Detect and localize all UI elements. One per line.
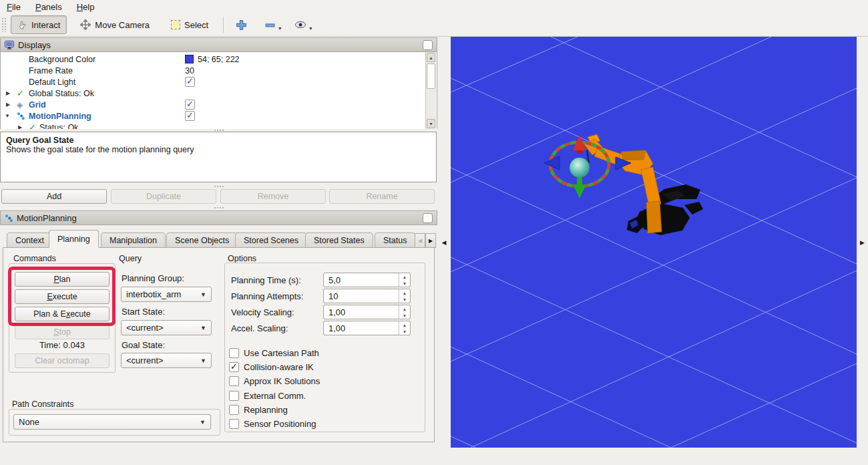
tree-row-grid[interactable]: ▶ ◈ Grid — [1, 99, 415, 110]
select-tool-button[interactable]: Select — [164, 15, 215, 34]
planning-time-spinbox[interactable]: 5,0 ▲▼ — [323, 273, 411, 287]
expander-icon[interactable]: ▼ — [5, 110, 10, 122]
use-cartesian-path-checkbox[interactable] — [229, 348, 239, 358]
tab-planning[interactable]: Planning — [49, 230, 99, 248]
grid-enabled-checkbox[interactable] — [185, 100, 195, 110]
sensor-positioning-option[interactable]: Sensor Positioning — [229, 419, 316, 429]
tree-row-global-status[interactable]: ▶ ✓ Global Status: Ok — [1, 88, 415, 99]
tab-stored-states[interactable]: Stored States — [305, 232, 373, 248]
expander-icon[interactable]: ▶ — [6, 99, 10, 110]
property-label: Frame Rate — [29, 65, 73, 76]
splitter-handle[interactable] — [214, 185, 224, 188]
tree-row-frame-rate[interactable]: Frame Rate 30 — [1, 65, 415, 76]
color-swatch[interactable] — [185, 55, 194, 63]
displays-panel-title: Displays — [18, 40, 51, 50]
tab-stored-scenes[interactable]: Stored Scenes — [235, 232, 307, 248]
frame-rate-value[interactable]: 30 — [185, 65, 194, 76]
color-value[interactable]: 54; 65; 222 — [198, 55, 240, 64]
replanning-option[interactable]: Replanning — [229, 405, 288, 415]
default-light-checkbox[interactable] — [185, 77, 195, 87]
right-panel-splitter[interactable]: ▶ — [857, 37, 868, 448]
spin-up-icon[interactable]: ▲ — [399, 305, 410, 312]
toolbar-drag-handle[interactable] — [1, 17, 7, 32]
rename-display-button[interactable]: Rename — [329, 189, 435, 204]
velocity-scaling-spinbox[interactable]: 1,00 ▲▼ — [323, 305, 411, 319]
zoom-out-tool-button[interactable] — [260, 17, 280, 33]
menu-panels[interactable]: Panels — [35, 2, 62, 12]
collision-aware-ik-checkbox[interactable] — [229, 362, 239, 372]
tab-scene-objects[interactable]: Scene Objects — [166, 232, 238, 248]
menu-file[interactable]: File — [7, 2, 21, 12]
scroll-up-button[interactable]: ▲ — [427, 53, 435, 62]
focus-camera-dropdown-caret[interactable]: ▾ — [309, 25, 312, 31]
execute-button[interactable]: Execute — [15, 289, 110, 304]
replanning-checkbox[interactable] — [229, 405, 239, 415]
external-comm-option[interactable]: External Comm. — [229, 391, 306, 401]
interact-tool-button[interactable]: Interact — [11, 15, 67, 34]
planning-group-combobox[interactable]: interbotix_arm▼ — [121, 287, 212, 302]
motionplanning-enabled-checkbox[interactable] — [185, 111, 195, 121]
duplicate-display-button[interactable]: Duplicate — [111, 189, 216, 204]
approx-ik-solutions-checkbox[interactable] — [229, 376, 239, 386]
scroll-thumb[interactable] — [427, 63, 435, 89]
panel-viewport-splitter[interactable]: ◀ — [437, 37, 451, 448]
tab-scroll-left-button[interactable]: ◀ — [415, 233, 425, 248]
tab-context[interactable]: Context — [7, 232, 53, 248]
menu-help[interactable]: Help — [77, 2, 95, 12]
displays-panel-collapse-button[interactable] — [423, 40, 433, 50]
tab-scroll-right-button[interactable]: ▶ — [425, 233, 436, 248]
scroll-down-button[interactable]: ▼ — [427, 119, 435, 128]
chevron-down-icon: ▼ — [200, 357, 206, 364]
spin-down-icon[interactable]: ▼ — [399, 312, 410, 319]
spin-down-icon[interactable]: ▼ — [399, 328, 410, 335]
goal-state-label: Goal State: — [122, 340, 165, 350]
expand-right-icon[interactable]: ▶ — [860, 239, 865, 246]
tree-row-default-light[interactable]: Default Light — [1, 76, 415, 88]
expander-icon[interactable]: ▶ — [6, 88, 10, 99]
clear-octomap-button[interactable]: Clear octomap — [15, 353, 110, 368]
start-state-combobox[interactable]: <current>▼ — [121, 320, 212, 335]
planning-attempts-spinbox[interactable]: 10 ▲▼ — [323, 289, 411, 303]
plan-button[interactable]: Plan — [15, 272, 110, 287]
use-cartesian-path-option[interactable]: Use Cartesian Path — [229, 348, 319, 358]
collision-aware-ik-option[interactable]: Collision-aware IK — [229, 362, 314, 372]
plan-and-execute-button[interactable]: Plan & Execute — [15, 307, 110, 321]
commands-group-label: Commands — [13, 254, 56, 263]
zoom-in-tool-button[interactable] — [232, 17, 251, 33]
focus-camera-tool-button[interactable] — [290, 17, 310, 32]
property-label: Default Light — [29, 76, 75, 88]
stop-button[interactable]: Stop — [15, 325, 110, 339]
tree-row-status[interactable]: ▶ ✓ Status: Ok — [1, 122, 415, 129]
collapse-left-icon[interactable]: ◀ — [442, 239, 447, 246]
external-comm-checkbox[interactable] — [229, 391, 239, 401]
spin-down-icon[interactable]: ▼ — [399, 296, 410, 303]
tree-row-motionplanning[interactable]: ▼ MotionPlanning — [1, 110, 415, 122]
accel-scaling-spinbox[interactable]: 1,00 ▲▼ — [323, 321, 411, 335]
approx-ik-solutions-option[interactable]: Approx IK Solutions — [229, 376, 320, 386]
spin-up-icon[interactable]: ▲ — [399, 289, 410, 296]
goal-state-combobox[interactable]: <current>▼ — [121, 353, 212, 368]
3d-viewport[interactable] — [451, 37, 857, 448]
tab-status[interactable]: Status — [375, 232, 415, 248]
move-down-arrow[interactable] — [573, 184, 586, 198]
zoom-out-dropdown-caret[interactable]: ▾ — [278, 25, 281, 31]
motionplanning-panel-header[interactable]: MotionPlanning — [0, 210, 437, 225]
tab-manipulation[interactable]: Manipulation — [101, 232, 166, 248]
motionplanning-panel-collapse-button[interactable] — [423, 213, 433, 223]
displays-scrollbar[interactable]: ▲ ▼ — [425, 52, 436, 129]
query-group-label: Query — [119, 254, 142, 263]
displays-panel-header[interactable]: Displays — [0, 37, 437, 52]
sensor-positioning-checkbox[interactable] — [229, 419, 239, 429]
splitter-handle[interactable] — [214, 206, 224, 209]
interactive-marker[interactable] — [544, 135, 631, 198]
move-camera-tool-button[interactable]: Move Camera — [73, 15, 156, 34]
tree-row-background-color[interactable]: Background Color 54; 65; 222 — [1, 53, 415, 65]
spin-down-icon[interactable]: ▼ — [399, 280, 410, 287]
expander-icon[interactable]: ▶ — [18, 122, 22, 129]
add-display-button[interactable]: Add — [1, 189, 107, 204]
path-constraints-combobox[interactable]: None▼ — [13, 414, 211, 430]
spin-up-icon[interactable]: ▲ — [399, 273, 410, 280]
marker-sphere[interactable] — [570, 158, 590, 178]
remove-display-button[interactable]: Remove — [220, 189, 326, 204]
spin-up-icon[interactable]: ▲ — [399, 321, 410, 328]
